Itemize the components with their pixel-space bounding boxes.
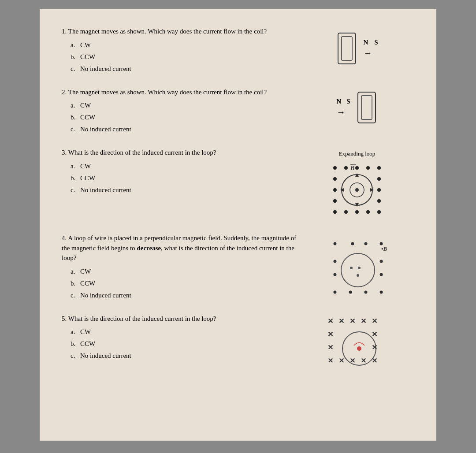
svg-point-40 [364, 291, 368, 294]
svg-point-53 [357, 346, 361, 351]
q2-right-arrow-icon: → [336, 107, 345, 117]
list-item: b. CCW [71, 278, 300, 290]
q2-magnet-group: N S → [336, 98, 350, 117]
svg-point-37 [380, 273, 383, 276]
list-item: a. CW [71, 100, 300, 111]
q2-coil-svg [356, 90, 378, 125]
svg-rect-2 [358, 92, 376, 123]
svg-text:✕: ✕ [350, 357, 355, 364]
svg-point-30 [351, 242, 354, 245]
list-item: c. No induced current [71, 123, 300, 135]
q3-options: a. CW b. CCW c. No induced current [62, 160, 300, 196]
svg-point-10 [377, 177, 381, 181]
q1-diagram: N S → [300, 26, 414, 66]
q2-magnet-labels: N S [336, 98, 350, 105]
svg-text:✕: ✕ [338, 357, 344, 364]
svg-point-32 [380, 242, 383, 245]
list-item: b. CCW [71, 111, 300, 123]
q2-n-label: N [336, 98, 341, 105]
arrow-container: → [363, 48, 372, 58]
list-item: a. CW [71, 39, 300, 51]
list-item: c. No induced current [71, 63, 300, 75]
q3-text: 3. What is the direction of the induced … [62, 148, 300, 158]
svg-text:✕: ✕ [327, 344, 333, 351]
q4-diagram: •B [300, 233, 414, 301]
q2-diagram: N S → [300, 87, 414, 125]
svg-point-7 [366, 166, 370, 170]
q5-options: a. CW b. CCW c. No induced current [62, 326, 300, 362]
svg-point-17 [355, 210, 359, 214]
svg-point-38 [334, 291, 337, 294]
svg-text:✕: ✕ [327, 330, 333, 338]
coil-svg [336, 31, 358, 66]
q5-left: 5. What is the direction of the induced … [62, 314, 300, 362]
q4-text: 4. A loop of wire is placed in a perpend… [62, 233, 300, 263]
svg-rect-3 [361, 96, 372, 119]
list-item: a. CW [71, 326, 300, 338]
q1-left: 1. The magnet moves as shown. Which way … [62, 26, 300, 75]
list-item: a. CW [71, 160, 300, 172]
svg-point-9 [333, 177, 337, 181]
svg-point-5 [344, 166, 348, 170]
svg-text:✕: ✕ [361, 357, 366, 364]
list-item: b. CCW [71, 51, 300, 63]
svg-point-6 [355, 166, 359, 170]
question-3: 3. What is the direction of the induced … [62, 148, 414, 221]
question-2: 2. The magnet moves as shown. Which way … [62, 87, 414, 136]
q2-text: 2. The magnet moves as shown. Which way … [62, 87, 300, 97]
svg-text:✕: ✕ [372, 344, 377, 351]
svg-point-16 [344, 210, 348, 214]
svg-point-18 [366, 210, 370, 214]
q5-text: 5. What is the direction of the induced … [62, 314, 300, 324]
q2-s-label: S [346, 98, 350, 105]
q1-options: a. CW b. CCW c. No induced current [62, 39, 300, 75]
q5-diagram: ✕ ✕ ✕ ✕ ✕ ✕ ✕ [300, 314, 414, 373]
svg-text:✕: ✕ [350, 317, 355, 325]
q4-left: 4. A loop of wire is placed in a perpend… [62, 233, 300, 301]
q2-left: 2. The magnet moves as shown. Which way … [62, 87, 300, 136]
list-item: b. CCW [71, 338, 300, 350]
svg-point-34 [334, 260, 337, 263]
question-4: 4. A loop of wire is placed in a perpend… [62, 233, 414, 301]
right-arrow-icon: → [363, 48, 372, 58]
svg-point-13 [333, 199, 337, 203]
svg-point-43 [350, 267, 353, 269]
svg-text:•B: •B [381, 245, 387, 252]
q3-left: 3. What is the direction of the induced … [62, 148, 300, 196]
svg-point-45 [357, 274, 359, 277]
question-5: 5. What is the direction of the induced … [62, 314, 414, 373]
svg-rect-0 [338, 33, 356, 64]
q3-diagram-label: Expanding loop [339, 150, 376, 157]
q4-number: 4. [62, 234, 67, 241]
svg-point-31 [364, 242, 368, 245]
list-item: c. No induced current [71, 184, 300, 196]
page: 1. The magnet moves as shown. Which way … [40, 9, 436, 441]
svg-point-29 [334, 242, 337, 245]
svg-point-11 [333, 188, 337, 192]
q2-options: a. CW b. CCW c. No induced current [62, 100, 300, 135]
svg-point-36 [334, 273, 337, 276]
q3-diagram: Expanding loop [300, 148, 414, 221]
svg-point-19 [377, 210, 381, 214]
svg-point-15 [333, 210, 337, 214]
n-label: N [363, 39, 368, 46]
svg-rect-1 [342, 37, 352, 60]
svg-point-42 [341, 253, 375, 287]
svg-text:✕: ✕ [372, 330, 377, 338]
svg-point-8 [377, 166, 381, 170]
magnet-label-group: N S [363, 39, 378, 46]
svg-text:B: B [350, 165, 354, 171]
q1-text: 1. The magnet moves as shown. Which way … [62, 26, 300, 37]
list-item: c. No induced current [71, 350, 300, 362]
svg-text:✕: ✕ [361, 317, 366, 325]
svg-text:✕: ✕ [338, 317, 344, 325]
svg-point-39 [349, 291, 352, 294]
q4-decrease-word: decrease [137, 245, 161, 252]
list-item: c. No induced current [71, 290, 300, 301]
question-1: 1. The magnet moves as shown. Which way … [62, 26, 414, 75]
svg-text:✕: ✕ [372, 317, 377, 325]
s-label: S [374, 39, 378, 46]
q2-arrow-container: → [336, 107, 345, 117]
svg-point-41 [380, 291, 383, 294]
q5-svg: ✕ ✕ ✕ ✕ ✕ ✕ ✕ [324, 316, 390, 373]
